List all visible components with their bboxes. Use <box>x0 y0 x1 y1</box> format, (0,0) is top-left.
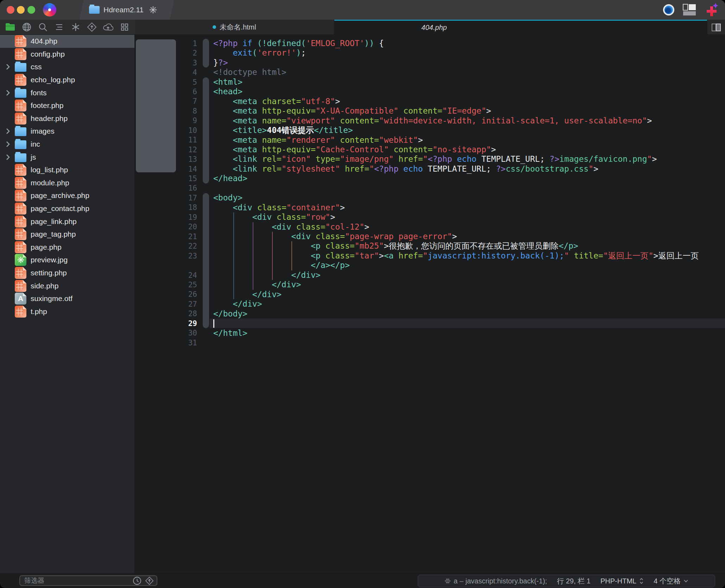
line-number: 14 <box>135 165 197 173</box>
sidebar-item-header-php[interactable]: header.php <box>0 112 134 125</box>
filter-input[interactable]: 筛选器 <box>19 575 157 586</box>
code-line[interactable]: 1<?php if (!defined('EMLOG_ROOT')) { <box>135 39 725 48</box>
project-settings-gear-icon[interactable] <box>149 6 157 14</box>
sidebar-item-inc[interactable]: inc <box>0 138 134 151</box>
publish-filter-icon[interactable] <box>145 576 154 585</box>
snippets-icon[interactable] <box>69 21 82 33</box>
file-label: header.php <box>31 114 68 123</box>
right-panel-toggle-button[interactable] <box>707 20 725 34</box>
sidebar-item-page_tag-php[interactable]: page_tag.php <box>0 228 134 241</box>
code-line[interactable]: 22 <p class="mb25">很抱歉，您访问的页面不存在或已被管理员删除… <box>135 241 725 251</box>
code-line[interactable]: 2 exit('error!'); <box>135 48 725 58</box>
sidebar-item-config-php[interactable]: config.php <box>0 48 134 61</box>
navigator-icon[interactable] <box>53 21 65 33</box>
code-text: <?php if (!defined('EMLOG_ROOT')) { <box>213 39 384 48</box>
sidebar-item-images[interactable]: images <box>0 125 134 138</box>
syntax-mode-select[interactable]: PHP-HTML <box>600 577 644 585</box>
grid-icon[interactable] <box>118 21 131 33</box>
sidebar-item-js[interactable]: js <box>0 151 134 164</box>
tab-untitled[interactable]: 未命名.html <box>135 20 334 34</box>
code-line[interactable]: 6<head> <box>135 87 725 96</box>
line-number: 10 <box>135 126 197 135</box>
sidebar-item-page-php[interactable]: page.php <box>0 241 134 254</box>
sidebar-item-footer-php[interactable]: footer.php <box>0 99 134 112</box>
sidebar-item-suxingme-otf[interactable]: Asuxingme.otf <box>0 292 134 305</box>
code-line[interactable]: 20 <div class="col-12"> <box>135 222 725 232</box>
code-line[interactable]: 21 <div class="page-wrap page-error"> <box>135 232 725 241</box>
indent-setting-select[interactable]: 4 个空格 <box>654 576 688 586</box>
element-context[interactable]: a – javascript:history.back(-1); <box>445 577 547 585</box>
chevron-right-icon[interactable] <box>6 141 15 148</box>
code-line[interactable]: 8 <meta http-equiv="X-UA-Compatible" con… <box>135 106 725 116</box>
code-line[interactable]: 31 <box>135 338 725 347</box>
code-editor[interactable]: 1<?php if (!defined('EMLOG_ROOT')) {2 ex… <box>135 35 725 573</box>
code-line[interactable]: 24 </div> <box>135 270 725 280</box>
files-icon[interactable] <box>4 21 17 33</box>
code-line[interactable]: 16 <box>135 184 725 193</box>
chevron-right-icon[interactable] <box>6 128 15 135</box>
code-line[interactable]: 28</body> <box>135 309 725 319</box>
publish-icon[interactable] <box>86 21 98 33</box>
code-text: <p class="mb25">很抱歉，您访问的页面不存在或已被管理员删除</p… <box>213 241 578 251</box>
zoom-button[interactable] <box>27 6 35 14</box>
search-icon[interactable] <box>37 21 49 33</box>
code-line[interactable]: 19 <div class="row"> <box>135 212 725 222</box>
sidebar-item-page_link-php[interactable]: page_link.php <box>0 215 134 228</box>
project-tab[interactable]: Hdream2.11 <box>79 0 174 20</box>
code-line[interactable]: 7 <meta charset="utf-8"> <box>135 97 725 106</box>
preview-eye-icon[interactable] <box>663 4 674 15</box>
recent-clock-icon[interactable] <box>133 576 141 585</box>
code-line[interactable]: 15</head> <box>135 174 725 183</box>
code-line[interactable]: 11 <meta name="renderer" content="webkit… <box>135 135 725 145</box>
app-window: Hdream2.11 <box>0 0 725 588</box>
sidebar-item-side-php[interactable]: side.php <box>0 279 134 292</box>
code-line[interactable]: 25 </div> <box>135 280 725 289</box>
sidebar-item-setting-php[interactable]: setting.php <box>0 267 134 280</box>
sidebar-item-404-php[interactable]: 404.php <box>0 35 134 48</box>
sidebar-item-fonts[interactable]: fonts <box>0 86 134 99</box>
close-button[interactable] <box>7 6 14 14</box>
globe-icon[interactable] <box>20 21 33 33</box>
code-line[interactable]: 10 <title>404错误提示</title> <box>135 126 725 135</box>
php-file-icon <box>15 267 26 279</box>
code-line[interactable]: 26 </div> <box>135 290 725 299</box>
sidebar-item-page_contact-php[interactable]: page_contact.php <box>0 202 134 215</box>
code-line[interactable]: 5<html> <box>135 77 725 87</box>
code-line[interactable]: 12 <meta http-equiv="Cache-Control" cont… <box>135 145 725 154</box>
tab-404-php[interactable]: 404.php <box>334 20 707 34</box>
php-file-icon <box>15 228 26 240</box>
code-text: <p class="tar"><a href="javascript:histo… <box>213 251 699 261</box>
code-line[interactable]: 27 </div> <box>135 299 725 309</box>
code-line[interactable]: 13 <link rel="icon" type="image/png" hre… <box>135 154 725 164</box>
file-label: page_archive.php <box>31 191 89 200</box>
sync-icon[interactable] <box>102 21 114 33</box>
code-line[interactable]: 18 <div class="container"> <box>135 203 725 212</box>
code-line-wrap[interactable]: </a></p> <box>135 261 725 270</box>
code-line[interactable]: 3}?> <box>135 58 725 68</box>
code-line[interactable]: 23 <p class="tar"><a href="javascript:hi… <box>135 251 725 261</box>
sidebar-item-module-php[interactable]: module.php <box>0 177 134 190</box>
sidebar-item-css[interactable]: css <box>0 60 134 74</box>
folder-icon <box>15 127 26 136</box>
project-title: Hdream2.11 <box>103 6 144 14</box>
chevron-right-icon[interactable] <box>6 89 15 96</box>
sidebar-item-echo_log-php[interactable]: echo_log.php <box>0 74 134 87</box>
new-plus-icon[interactable] <box>705 2 719 18</box>
sidebar-item-t-php[interactable]: t.php <box>0 305 134 318</box>
code-line[interactable]: 4<!doctype html> <box>135 68 725 77</box>
sidebar-item-page_archive-php[interactable]: page_archive.php <box>0 189 134 202</box>
code-line[interactable]: 17<body> <box>135 193 725 203</box>
sidebar-item-log_list-php[interactable]: log_list.php <box>0 164 134 177</box>
code-text: <meta http-equiv="Cache-Control" content… <box>213 145 496 154</box>
chevron-right-icon[interactable] <box>6 154 15 161</box>
line-number: 17 <box>135 194 197 202</box>
code-line[interactable]: 14 <link rel="stylesheet" href="<?php ec… <box>135 164 725 174</box>
code-line[interactable]: 9 <meta name="viewport" content="width=d… <box>135 116 725 126</box>
minimize-button[interactable] <box>17 6 25 14</box>
sidebar-item-preview-jpg[interactable]: preview.jpg <box>0 254 134 267</box>
layout-icon[interactable] <box>683 4 696 16</box>
chevron-right-icon[interactable] <box>6 63 15 70</box>
code-line[interactable]: 29 <box>135 319 725 328</box>
code-text: }?> <box>213 58 228 68</box>
code-line[interactable]: 30</html> <box>135 328 725 338</box>
